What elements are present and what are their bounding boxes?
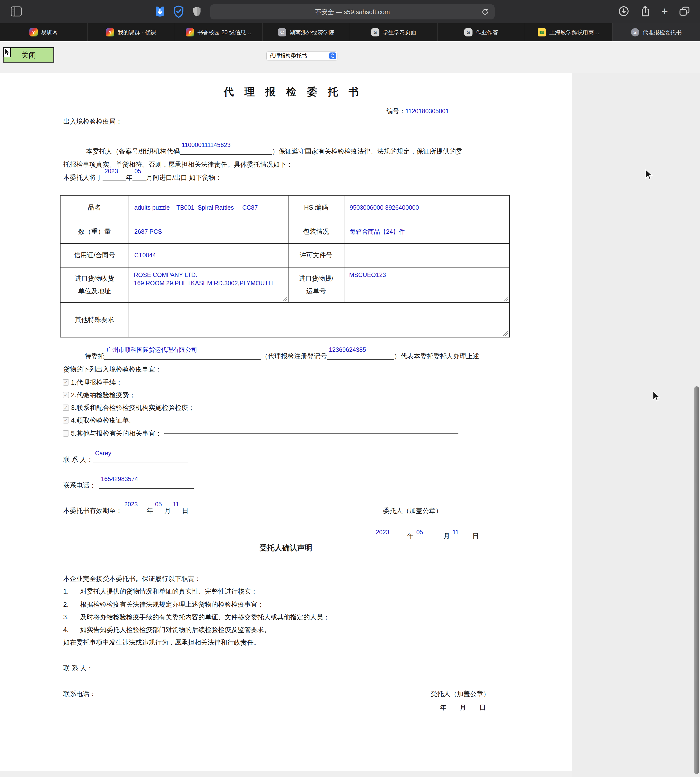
row2-label2: 包装情况 [288, 220, 344, 243]
validity-year-field[interactable]: 2023 [122, 507, 147, 514]
shuxiang-favicon-icon: Y [186, 28, 194, 37]
tab-shanghaiminxue[interactable]: ES 上海敏学跨境电商… [525, 23, 612, 41]
homework-favicon-icon: S [464, 28, 472, 37]
sidebar-toggle-icon[interactable] [11, 6, 22, 17]
cursor-badge-icon [3, 48, 11, 57]
tab-label: 书香校园 20 级信息… [197, 29, 251, 36]
bill-no-textarea[interactable]: MSCUEO123 [344, 268, 509, 302]
row3-label2: 许可文件号 [288, 243, 344, 267]
bill-no-cell: MSCUEO123 [344, 267, 510, 303]
extension-download-icon[interactable] [155, 6, 165, 18]
month-field[interactable]: 05 [132, 174, 146, 181]
serial-label: 编号： [387, 107, 405, 115]
row2-value2-cell[interactable]: 每箱含商品【24】件 [344, 220, 510, 243]
tab-wodekequn[interactable]: Y 我的课群 - 优课 [88, 23, 175, 41]
tab-bar: Y 易班网 Y 我的课群 - 优课 Y 书香校园 20 级信息… C 湖南涉外经… [0, 23, 700, 41]
agency-value: 广州市顺科国际货运代理有限公司 [106, 347, 197, 353]
youke-favicon-icon: Y [106, 28, 114, 37]
tab-yibanwang[interactable]: Y 易班网 [0, 23, 88, 41]
license-no-value [344, 253, 509, 257]
row1-label2: HS 编码 [288, 195, 344, 220]
tab-label: 作业作答 [476, 29, 498, 36]
serial-value: 1120180305001 [405, 108, 449, 115]
declaration-paragraph: 本委托人（备案号/组织机构代码110000111145623）保证遵守国家有关检… [63, 145, 520, 184]
statement-item-4: 4.如实告知委托人检验检疫部门对货物的后续检验检疫及监管要求。 [63, 626, 270, 634]
phone-field[interactable]: 16542983574 [99, 482, 194, 489]
tab-label: 湖南涉外经济学院 [290, 29, 335, 36]
duty-text: 2.代缴纳检验检疫费； [71, 391, 136, 399]
validity-day-field[interactable]: 11 [171, 507, 182, 514]
goods-table: 品名 adults puzzle TB001 Spiral Rattles CC… [60, 195, 510, 338]
tab-hunanshewai[interactable]: C 湖南涉外经济学院 [262, 23, 350, 41]
contact-line: 联 系 人：Carey [63, 455, 188, 464]
document-select[interactable]: 代理报检委托书 [267, 52, 337, 60]
checkbox-checked-icon[interactable]: ✓ [63, 404, 69, 411]
document: 代 理 报 检 委 托 书 编号：1120180305001 出入境检验检疫局：… [0, 73, 572, 771]
extension-buttons [155, 5, 202, 18]
minxue-favicon-icon: ES [538, 28, 546, 37]
statement-item-1: 1.对委托人提供的货物情况和单证的真实性、完整性进行核实； [63, 587, 257, 596]
checkbox-checked-icon[interactable]: ✓ [63, 417, 69, 424]
validity-day-value: 11 [173, 501, 179, 507]
agency-field[interactable]: 广州市顺科国际货运代理有限公司 [104, 353, 261, 360]
checkbox-checked-icon[interactable]: ✓ [63, 392, 69, 398]
stamp-year-value: 2023 [376, 529, 389, 536]
tab-label: 我的课群 - 优课 [118, 29, 156, 36]
row1-value1-cell[interactable]: adults puzzle TB001 Spiral Rattles CC87 [129, 195, 288, 220]
validity-month-field[interactable]: 05 [153, 507, 164, 514]
year-field[interactable]: 2023 [103, 174, 126, 181]
row3-value2-cell[interactable] [344, 243, 510, 267]
row3-value1-cell[interactable]: CT0044 [129, 243, 288, 267]
share-icon[interactable] [640, 5, 651, 17]
reg-no-field[interactable]: 12369624385 [327, 353, 394, 360]
statement-item-3: 3.及时将办结检验检疫手续的有关委托内容的单证、文件移交委托人或其他指定的人员； [63, 613, 330, 622]
checkbox-checked-icon[interactable]: ✓ [63, 379, 69, 386]
checkbox-unchecked-icon[interactable] [63, 430, 69, 437]
row2-value1-cell[interactable]: 2687 PCS [129, 220, 288, 243]
extension-shield-icon[interactable] [192, 6, 202, 18]
row4-label2: 进口货物提/ 运单号 [288, 267, 344, 303]
tab-xueshengxuexi[interactable]: S 学生学习页面 [350, 23, 438, 41]
tab-zuoyezuoda[interactable]: S 作业作答 [438, 23, 525, 41]
reload-icon[interactable] [481, 8, 489, 16]
tab-shuxiangxiaoyuan[interactable]: Y 书香校园 20 级信息… [175, 23, 262, 41]
validity-year-value: 2023 [124, 501, 138, 507]
contract-no-value: CT0044 [129, 250, 288, 261]
org-code-field[interactable]: 110000111145623 [180, 148, 272, 155]
statement-intro: 本企业完全接受本委托书。保证履行以下职责： [63, 574, 201, 583]
stamp-day-value: 11 [452, 529, 458, 536]
mouse-cursor-icon [645, 169, 654, 180]
yiban-favicon-icon: Y [29, 28, 38, 37]
paragraph-line-1: 本委托人（备案号/组织机构代码110000111145623）保证遵守国家有关检… [63, 145, 520, 158]
contact-name-field[interactable]: Carey [93, 456, 188, 463]
consignee-textarea[interactable]: ROSE COMPANY LTD. 169 ROOM 29,PHETKASEM … [129, 268, 288, 302]
vertical-scrollbar[interactable] [694, 386, 699, 774]
tab-dailibaojian-active[interactable]: S 代理报检委托书 [612, 23, 700, 41]
tab-overview-icon[interactable] [678, 6, 690, 17]
duty-item-5: 5.其他与报检有关的相关事宜： [63, 429, 458, 438]
mouse-cursor-icon [652, 390, 661, 402]
trustee-date-line: 年 月 日 [440, 703, 486, 712]
paragraph-line-3: 本委托人将于2023年05月间进口/出口 如下货物： [63, 171, 520, 184]
paragraph-line-2: 托报检事项真实。单货相符。否则，愿承担相关法律责任。具体委托情况如下： [63, 158, 520, 171]
extension-shield-check-icon[interactable] [173, 5, 184, 18]
entrust-line2: 货物的下列出入境检验检疫事宜： [63, 365, 162, 374]
other-matters-field[interactable] [164, 433, 458, 434]
statement-tail: 如在委托事项中发生违法或违规行为，愿承担相关法律和行政责任。 [63, 638, 260, 647]
principal-date-line: 2023年05月11日 [376, 532, 479, 540]
validity-line: 本委托书有效期至：2023年05月11日 [63, 506, 188, 515]
screenshot-root: 不安全 — s59.sahsoft.com + Y [0, 0, 700, 777]
special-req-textarea[interactable] [129, 303, 509, 337]
year-value: 2023 [105, 168, 118, 174]
address-bar[interactable]: 不安全 — s59.sahsoft.com [210, 4, 495, 20]
downloads-icon[interactable] [618, 6, 629, 17]
close-button[interactable]: 关闭 [3, 48, 54, 63]
serial-number: 编号：1120180305001 [387, 107, 449, 115]
tab-label: 易班网 [41, 29, 58, 36]
new-tab-icon[interactable]: + [662, 5, 668, 18]
row1-value2-cell[interactable]: 9503006000 3926400000 [344, 195, 510, 220]
consignee-cell: ROSE COMPANY LTD. 169 ROOM 29,PHETKASEM … [129, 267, 288, 303]
page-background [572, 73, 700, 777]
row5-label1: 其他特殊要求 [60, 303, 129, 337]
month-value: 05 [134, 168, 141, 174]
